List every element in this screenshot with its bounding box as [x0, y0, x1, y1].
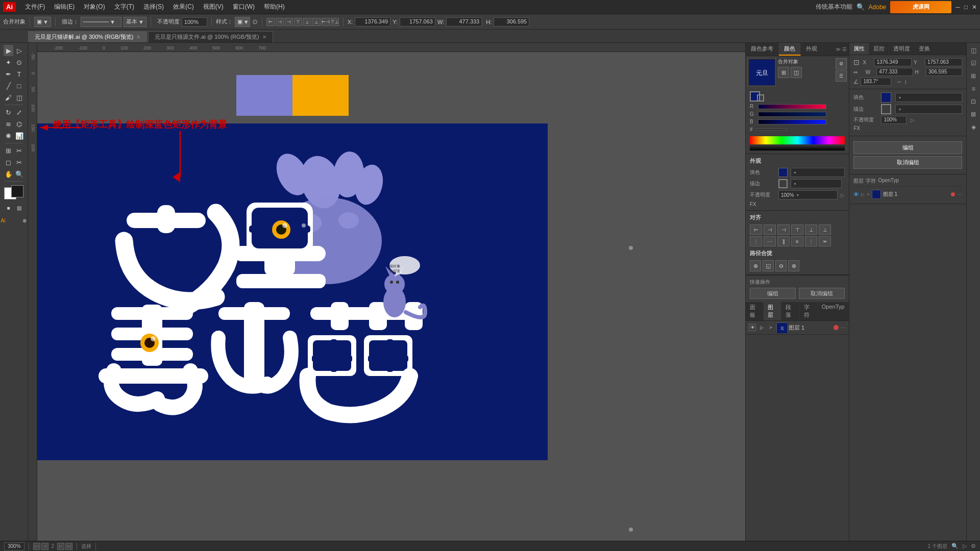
strip-btn-4[interactable]: ≡ [968, 83, 979, 94]
hand-tool-btn[interactable]: ✋ [4, 168, 13, 180]
layer-row-1[interactable]: 👁 ▷ > 元 图层 1 ⋯ [746, 321, 849, 335]
color-indicator[interactable] [4, 185, 23, 199]
flip-v-icon[interactable]: ↕ [904, 79, 907, 85]
shape-mode-dropdown[interactable]: ▣▼ [34, 17, 51, 27]
menu-edit[interactable]: 编辑(E) [50, 1, 79, 13]
artboard-tool-btn[interactable]: ⊞ [4, 145, 13, 156]
menu-object[interactable]: 对象(O) [80, 1, 109, 13]
align-right-edge-btn[interactable]: ⊣ [777, 224, 790, 235]
opacity-combo[interactable]: 100% [778, 190, 838, 199]
align-bottom-btn[interactable]: ⊥ [312, 18, 321, 26]
dist-h4-btn[interactable]: ⋮ [805, 236, 817, 246]
panel-menu-icon[interactable]: ☰ [842, 46, 847, 52]
h-val-prop[interactable]: 306.595 [926, 68, 962, 76]
add-to-group-btn[interactable]: ⊞ [778, 67, 789, 78]
g-slider[interactable] [758, 112, 826, 117]
layer-item-more[interactable]: ⋯ [957, 192, 962, 197]
align-v-center-btn[interactable]: ⊥ [805, 224, 817, 235]
warp-tool-btn[interactable]: ≋ [4, 118, 13, 130]
page-last-btn[interactable]: ▷| [65, 543, 72, 550]
menu-file[interactable]: 文件(F) [21, 1, 49, 13]
paint-bucket-btn[interactable]: 🖌 [4, 92, 13, 103]
settings-status-icon[interactable]: ⚙ [971, 543, 976, 549]
stroke-combo[interactable] [791, 179, 842, 188]
artboard[interactable]: 猫好像 很厉害 [37, 123, 548, 460]
strip-btn-5[interactable]: ⊡ [968, 96, 979, 107]
scale-tool-btn[interactable]: ⤢ [14, 107, 24, 118]
layer-item-expand2[interactable]: > [867, 192, 869, 197]
zoom-input[interactable]: 300% [4, 542, 24, 550]
opacity-val-prop[interactable]: 100% [881, 116, 906, 124]
eraser-btn[interactable]: ◻ [4, 157, 13, 168]
align-center-v-btn[interactable]: ⊥ [303, 18, 311, 26]
layers-tab-opentype[interactable]: OpenTyp [818, 302, 849, 320]
shape-intersect-btn[interactable]: ⊗ [788, 260, 799, 271]
align-top-btn[interactable]: ⊤ [294, 18, 302, 26]
dist-h-btn[interactable]: ⊢⊣ [322, 18, 330, 26]
opacity-expand-prop[interactable]: ▷ [911, 117, 915, 123]
layer-lock-btn[interactable]: > [767, 324, 774, 331]
scissors-btn[interactable]: ✂ [14, 157, 24, 168]
shape-sub-btn[interactable]: ⊖ [775, 260, 787, 271]
scroll-right-icon[interactable]: ▷ [963, 543, 967, 549]
y-value[interactable]: 1757.063 [400, 17, 435, 27]
layer-expand-btn[interactable]: ▷ [758, 324, 765, 331]
zoom-icons[interactable]: 🔍 [951, 543, 959, 549]
align-left-edge-btn[interactable]: ⊢ [750, 224, 762, 235]
ungroup-btn[interactable]: 取消编组 [799, 288, 845, 299]
canvas-area[interactable]: -200 -100 0 100 200 300 400 500 600 700 … [28, 43, 745, 541]
slice-tool-btn[interactable]: ✂ [14, 145, 24, 156]
prop-tab-attr[interactable]: 属性 [849, 43, 869, 55]
dist-h-sp-btn[interactable]: ⋮ [750, 236, 762, 246]
rotate-tool-btn[interactable]: ↻ [4, 107, 13, 118]
stroke-color-swatch[interactable] [757, 94, 764, 102]
page-first-btn[interactable]: |◁ [33, 543, 40, 550]
strip-btn-1[interactable]: ◫ [968, 45, 979, 56]
shape-add-btn[interactable]: ⊕ [750, 260, 761, 271]
tab-inactive[interactable]: 元旦是只猫源文件.ai @ 100% (RGB/预览) ✕ [148, 31, 273, 42]
layers-tab-char[interactable]: 字符 [800, 302, 818, 320]
menu-view[interactable]: 视图(V) [199, 1, 228, 13]
strip-btn-6[interactable]: ⊠ [968, 109, 979, 120]
gradient-tool-btn[interactable]: ◫ [14, 92, 24, 103]
stroke-preset-dropdown[interactable]: 基本▼ [124, 17, 146, 27]
hex-input[interactable] [756, 129, 787, 131]
layer-item-expand[interactable]: ▷ [861, 192, 865, 197]
layers-tab-para[interactable]: 段落 [781, 302, 799, 320]
prop-tab-transform[interactable]: 变换 [915, 43, 935, 55]
circle-icon[interactable]: ⊙ [252, 18, 258, 26]
angle-val[interactable]: 183.7° [861, 78, 891, 86]
panel-tab-color-ref[interactable]: 颜色参考 [746, 43, 779, 56]
y-val-prop[interactable]: 1757.063 [925, 58, 962, 66]
panel-settings-btn[interactable]: ⚙ [836, 58, 847, 69]
dist-v-sp-btn[interactable]: ⋯ [764, 236, 776, 246]
minimize-btn[interactable]: ─ [955, 4, 960, 11]
menu-text[interactable]: 文字(T) [110, 1, 138, 13]
lasso-btn[interactable]: ⊙ [14, 57, 24, 68]
expand-tool-btn[interactable]: ⊕ [14, 215, 28, 226]
graph-tool-btn[interactable]: 📊 [14, 130, 24, 141]
panel-tab-color[interactable]: 颜色 [779, 43, 801, 56]
char-mini-label[interactable]: 字符 [866, 178, 876, 185]
group-action-btn[interactable]: 编组 [853, 141, 962, 154]
layer-item-row[interactable]: 👁 ▷ > 图层 1 ⋯ [853, 188, 962, 201]
panel-tab-appearance[interactable]: 外观 [801, 43, 823, 56]
color-spectrum-bar[interactable] [750, 136, 845, 144]
canvas-handle-right[interactable] [629, 246, 633, 250]
tab-active-close[interactable]: ✕ [136, 34, 140, 40]
h-value[interactable]: 306.595 [494, 17, 529, 27]
fill-combo[interactable] [791, 168, 845, 177]
panel-expand-icon[interactable]: ≫ [836, 46, 841, 52]
stroke-mode-combo[interactable] [895, 105, 962, 114]
stroke-dropdown[interactable]: ▼ [81, 17, 121, 27]
layer-expand-icon[interactable]: ⋯ [841, 325, 846, 331]
shape-front-btn[interactable]: ◱ [763, 260, 774, 271]
layers-tab-panel[interactable]: 面板 [746, 302, 764, 320]
tab-active[interactable]: 元旦是只猫讲解.ai @ 300% (RGB/预览) ✕ [28, 31, 147, 42]
layer-visibility-btn[interactable]: 👁 [749, 324, 756, 331]
r-slider[interactable] [758, 104, 826, 109]
panel-option-btn[interactable]: ☰ [836, 70, 847, 82]
canvas-handle[interactable] [629, 528, 633, 532]
strip-btn-2[interactable]: ☑ [968, 58, 979, 69]
align-bottom-edge-btn[interactable]: ⊥ [819, 224, 831, 235]
